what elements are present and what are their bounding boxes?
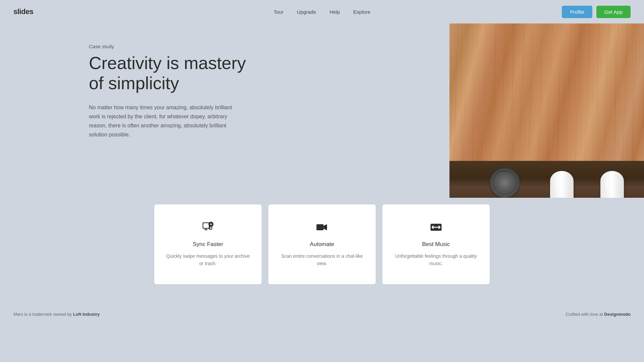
feature-card-music: Best Music Unforgettable feelings throug… [382,204,490,284]
svg-marker-7 [324,224,327,230]
nav-link-upgrade[interactable]: Upgrade [297,9,316,15]
nav-link-tour[interactable]: Tour [274,9,283,15]
footer: Mars is a trademark owned by Loft Indust… [0,304,644,324]
hero-speaker-image [443,23,644,198]
best-music-icon [430,221,442,235]
get-app-button[interactable]: Get App [596,6,631,18]
nav-actions: Profile Get App [562,6,631,18]
speaker-grille [490,168,520,198]
hero-section: Case study Creativity is mastery of simp… [0,23,644,198]
speaker-foot-left [550,171,574,198]
hero-title: Creativity is mastery of simplicity [89,53,263,94]
feature-card-sync: Sync Faster Quickly swipe messages to yo… [154,204,262,284]
footer-right-brand: Designmodo [604,312,631,317]
feature-description-sync: Quickly swipe messages to your archive o… [164,252,252,267]
feature-description-music: Unforgettable feelings through a quality… [392,252,480,267]
feature-title-music: Best Music [422,241,450,248]
navbar: slides Tour Upgrade Help Explore Profile… [0,0,644,23]
logo: slides [13,7,33,16]
nav-link-help[interactable]: Help [330,9,340,15]
profile-button[interactable]: Profile [562,6,592,18]
speaker-visual [443,23,644,198]
logo-text: slides [13,7,33,16]
hero-content: Case study Creativity is mastery of simp… [89,44,263,139]
footer-left: Mars is a trademark owned by Loft Indust… [13,312,100,317]
speaker-feet [550,171,624,198]
footer-left-text: Mars is a trademark owned by [13,312,73,317]
feature-card-automate: Automate Scan entire conversations in a … [268,204,376,284]
features-section: Sync Faster Quickly swipe messages to yo… [0,204,644,284]
sync-faster-icon [202,221,214,235]
svg-rect-6 [317,224,324,230]
footer-right-text: Crafted with love at [566,312,604,317]
footer-right: Crafted with love at Designmodo [566,312,631,317]
footer-left-brand: Loft Industry [73,312,100,317]
feature-title-sync: Sync Faster [193,241,223,248]
nav-link-explore[interactable]: Explore [353,9,370,15]
speaker-foot-right [600,171,624,198]
hero-case-study-label: Case study [89,44,263,49]
hero-description: No matter how many times your amazing, a… [89,103,236,139]
speaker-wood-top [449,23,644,164]
nav-links: Tour Upgrade Help Explore [274,9,370,15]
feature-description-automate: Scan entire conversations in a chat-like… [278,252,366,267]
automate-icon [316,221,328,235]
feature-title-automate: Automate [310,241,334,248]
